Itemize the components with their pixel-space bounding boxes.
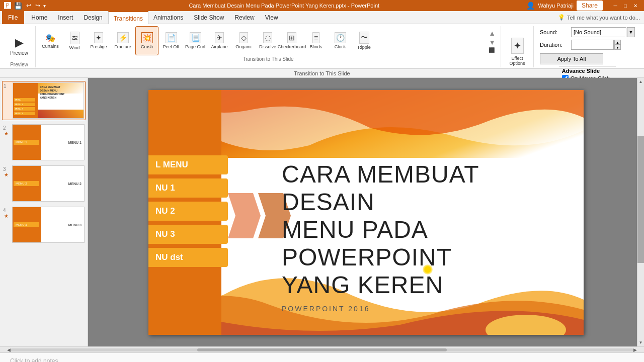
- tell-me-bar[interactable]: 💡 Tell me what you want to do...: [554, 14, 644, 21]
- maximize-button[interactable]: □: [621, 2, 630, 10]
- transition-dissolve[interactable]: ◌ Dissolve: [256, 26, 279, 55]
- tab-transitions[interactable]: Transitions: [108, 11, 148, 24]
- peeloff-icon: 📄: [166, 32, 177, 43]
- transition-airplane[interactable]: ✈ Airplane: [208, 26, 231, 55]
- transition-crush[interactable]: 💥 Crush: [135, 26, 158, 55]
- transition-bar-label: Transition to This Slide: [294, 70, 350, 76]
- tab-animations[interactable]: Animations: [148, 11, 189, 24]
- slide-title-text: CARA MEMBUAT DESAIN MENU PADA POWERPOINT…: [282, 160, 576, 299]
- transition-clock[interactable]: 🕐 Clock: [329, 26, 352, 55]
- transition-ripple[interactable]: 〜 Ripple: [353, 26, 376, 55]
- tab-review[interactable]: Review: [229, 11, 260, 24]
- slide-num-1: 1: [4, 83, 10, 89]
- slide-preview-1: CARA MEMBUATDESAIN MENUPADA POWERPOINTYA…: [13, 82, 84, 119]
- tab-design[interactable]: Design: [78, 11, 108, 24]
- vscroll-track: [637, 85, 644, 339]
- prestige-icon: ✦: [94, 32, 103, 43]
- title-line1: CARA MEMBUAT DESAIN: [282, 161, 479, 215]
- slide-canvas: L MENU NU 1 NU 2 NU 3 NU dst: [148, 90, 584, 335]
- ribbon-section-timing: Sound: ▼ Duration: ▲ ▼: [534, 26, 641, 67]
- slide-star-3: ★: [4, 172, 9, 177]
- title-bar: 🅿 💾 ↩ ↪ ▾ Cara Membuat Desain Menu Pada …: [0, 0, 644, 11]
- transition-fracture[interactable]: ⚡ Fracture: [111, 26, 134, 55]
- slide-menu-item-1: NU 1: [148, 178, 228, 198]
- advance-slide-label: Advance Slide: [562, 68, 616, 74]
- checkerboard-icon: ⊞: [287, 32, 296, 43]
- slide-thumb-2[interactable]: 2 ★ MENU 1 MENU 1: [2, 123, 86, 161]
- vscroll-thumb[interactable]: [637, 136, 644, 263]
- transition-wind[interactable]: ≋ Wind: [63, 26, 86, 55]
- title-line2: MENU PADA POWERPOINT: [282, 216, 452, 270]
- tab-home[interactable]: Home: [26, 11, 53, 24]
- slide-preview-4: MENU 3 MENU 3: [12, 207, 85, 243]
- user-avatar-icon: 👤: [526, 2, 535, 10]
- transition-origami[interactable]: ◇ Origami: [232, 26, 255, 55]
- transitions-scroll-down[interactable]: ▼: [487, 38, 498, 46]
- slide-thumb-3[interactable]: 3 ★ MENU 2 MENU 2: [2, 164, 86, 203]
- transition-blinds[interactable]: ≡ Blinds: [304, 26, 328, 55]
- apply-all-button[interactable]: Apply To All: [540, 53, 603, 64]
- slide-thumb-1[interactable]: 1 CARA MEMBUATDESAIN MENUPADA POWERPOINT…: [2, 81, 86, 120]
- preview-icon: ▶: [15, 36, 24, 49]
- apply-all-btn[interactable]: Apply To All: [540, 53, 635, 64]
- tab-view[interactable]: View: [260, 11, 284, 24]
- transitions-more[interactable]: ⬛: [487, 47, 498, 53]
- lightbulb-icon: 💡: [558, 14, 565, 21]
- transition-prestige[interactable]: ✦ Prestige: [87, 26, 110, 55]
- qat-redo-btn[interactable]: ↪: [34, 2, 41, 9]
- minimize-button[interactable]: ─: [611, 2, 620, 10]
- transition-checkerboard[interactable]: ⊞ Checkerboard: [280, 26, 303, 55]
- transitions-section-label: Transition to This Slide: [243, 56, 293, 62]
- transition-pagecurl[interactable]: 📃 Page Curl: [184, 26, 207, 55]
- slide-menu-item-3: NU 3: [148, 225, 228, 244]
- vscroll-up[interactable]: ▲: [637, 78, 644, 85]
- origami-icon: ◇: [239, 32, 248, 43]
- notes-placeholder: Click to add notes: [10, 357, 58, 363]
- hscroll-right[interactable]: ▶: [633, 347, 637, 352]
- tab-file[interactable]: File: [2, 11, 24, 24]
- sound-dropdown[interactable]: ▼: [627, 27, 635, 37]
- slide-background: L MENU NU 1 NU 2 NU 3 NU dst: [148, 90, 584, 335]
- close-button[interactable]: ✕: [631, 2, 640, 10]
- window-title: Cara Membuat Desain Menu Pada PowerPoint…: [46, 3, 522, 9]
- slide-thumb-4[interactable]: 4 ★ MENU 3 MENU 3: [2, 206, 86, 244]
- fracture-icon: ⚡: [117, 32, 129, 43]
- slide-preview-3: MENU 2 MENU 2: [12, 165, 85, 202]
- hscroll-left[interactable]: ◀: [7, 347, 11, 352]
- ribbon-section-effect-options: ✦ Effect Options: [501, 26, 534, 67]
- app-logo-icon: 🅿: [4, 2, 11, 10]
- qat-save-btn[interactable]: 💾: [13, 2, 23, 10]
- duration-decrement[interactable]: ▼: [614, 45, 621, 50]
- ribbon-content: ▶ Preview Preview 🎭 Curtains ≋ Wind: [0, 24, 644, 68]
- tab-insert[interactable]: Insert: [53, 11, 78, 24]
- transition-curtains[interactable]: 🎭 Curtains: [39, 26, 62, 55]
- pagecurl-icon: 📃: [190, 32, 201, 43]
- wind-icon: ≋: [70, 32, 79, 44]
- duration-label: Duration:: [540, 42, 569, 48]
- preview-button[interactable]: ▶ Preview: [6, 31, 32, 61]
- hscroll-thumb[interactable]: [197, 348, 446, 351]
- transition-peeloff[interactable]: 📄 Peel Off: [159, 26, 183, 55]
- sound-row: Sound: ▼: [540, 27, 635, 37]
- duration-row: Duration: ▲ ▼: [540, 40, 635, 50]
- transitions-scroll-up[interactable]: ▲: [487, 29, 498, 37]
- share-button[interactable]: Share: [577, 1, 603, 11]
- curtains-icon: 🎭: [45, 33, 55, 43]
- slide-num-2: 2: [3, 125, 9, 131]
- slide-num-4: 4: [3, 208, 9, 213]
- sound-input[interactable]: [571, 27, 626, 37]
- duration-input[interactable]: [571, 40, 614, 50]
- tell-me-text: Tell me what you want to do...: [567, 15, 640, 21]
- vertical-scrollbar[interactable]: ▲ ▼: [637, 78, 644, 346]
- notes-bar[interactable]: Click to add notes: [0, 352, 644, 362]
- duration-increment[interactable]: ▲: [614, 40, 621, 45]
- effect-options-button[interactable]: ✦ Effect Options: [504, 37, 530, 66]
- vscroll-down[interactable]: ▼: [637, 339, 644, 346]
- ribbon-tabs: File Home Insert Design Transitions Anim…: [0, 11, 644, 24]
- mouse-cursor: [423, 264, 433, 275]
- qat-undo-btn[interactable]: ↩: [25, 2, 32, 9]
- tab-slideshow[interactable]: Slide Show: [189, 11, 229, 24]
- transition-to-slide-bar: Transition to This Slide: [0, 69, 644, 78]
- slide-star-4: ★: [4, 213, 9, 219]
- blinds-icon: ≡: [312, 32, 319, 43]
